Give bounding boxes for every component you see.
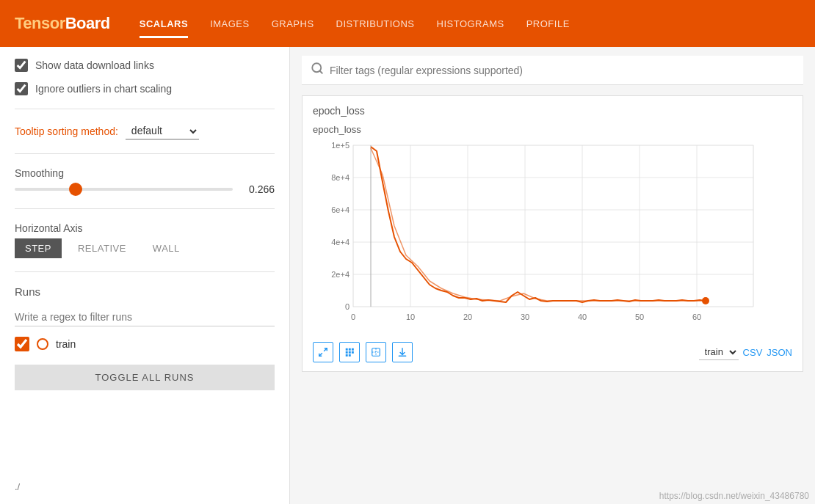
run-train-checkbox[interactable] [15,337,29,351]
horizontal-axis-section: Horizontal Axis STEP RELATIVE WALL [15,222,275,258]
runs-filter-input[interactable] [15,308,275,326]
expand-icon-btn[interactable] [313,342,333,362]
svg-text:10: 10 [406,313,415,321]
smoothing-value: 0.266 [242,183,275,195]
json-link[interactable]: JSON [767,347,792,358]
svg-text:8e+4: 8e+4 [331,173,349,182]
run-select[interactable]: train [699,344,739,360]
bottom-url: https://blog.csdn.net/weixin_43486780 [659,491,809,501]
svg-rect-2 [353,145,753,307]
svg-text:30: 30 [521,313,529,321]
run-selector: train CSV JSON [699,344,792,360]
axis-buttons: STEP RELATIVE WALL [15,238,275,258]
svg-text:1e+5: 1e+5 [331,141,349,150]
header: TensorBoard SCALARS IMAGES GRAPHS DISTRI… [0,0,815,47]
svg-text:0: 0 [351,313,355,321]
ignore-outliers-label: Ignore outliers in chart scaling [35,83,172,95]
tooltip-label: Tooltip sorting method: [15,125,118,137]
search-icon [311,62,324,78]
smoothing-slider[interactable] [15,188,233,191]
run-color-circle [37,338,48,350]
csv-link[interactable]: CSV [743,347,763,358]
chart-title: epoch_loss [313,124,792,135]
run-item-train: train [15,337,275,351]
tooltip-select[interactable]: default [126,123,199,140]
chart-svg: 1e+5 8e+4 6e+4 4e+4 2e+4 0 0 10 20 30 40… [313,138,768,336]
runs-label: Runs [15,285,275,298]
svg-rect-39 [352,351,354,354]
download-icon-btn[interactable] [392,342,413,362]
chart-section-title: epoch_loss [313,105,792,117]
divider-2 [15,153,275,154]
nav-bar: SCALARS IMAGES GRAPHS DISTRIBUTIONS HIST… [140,12,800,35]
smoothing-label: Smoothing [15,167,275,179]
nav-profile[interactable]: PROFILE [526,12,570,35]
nav-histograms[interactable]: HISTOGRAMS [437,12,504,35]
logo: TensorBoard [15,14,110,33]
divider-1 [15,109,275,109]
toggle-all-button[interactable]: TOGGLE ALL RUNS [15,365,275,390]
svg-text:4e+4: 4e+4 [331,238,349,246]
tooltip-icon-btn[interactable] [366,342,386,362]
sidebar-footer: ./ [15,481,275,492]
axis-relative-button[interactable]: RELATIVE [68,238,137,258]
svg-text:60: 60 [692,313,701,321]
search-input[interactable] [330,65,794,76]
nav-images[interactable]: IMAGES [210,12,250,35]
svg-rect-41 [349,354,351,357]
svg-text:40: 40 [578,313,587,321]
svg-rect-37 [346,351,348,354]
svg-rect-36 [352,348,354,351]
svg-text:2e+4: 2e+4 [331,270,349,279]
chart-controls: train CSV JSON [313,342,792,362]
svg-line-1 [319,70,322,73]
svg-text:6e+4: 6e+4 [331,205,349,214]
svg-rect-35 [349,348,351,351]
horizontal-axis-label: Horizontal Axis [15,222,275,234]
axis-step-button[interactable]: STEP [15,238,62,258]
axis-wall-button[interactable]: WALL [142,238,190,258]
sidebar: Show data download links Ignore outliers… [0,47,290,504]
svg-text:20: 20 [463,313,472,321]
main-content: epoch_loss epoch_loss [290,47,815,504]
chart-area: epoch_loss [313,124,792,362]
show-data-links-row: Show data download links [15,59,275,72]
svg-rect-40 [346,354,348,357]
chart-card: epoch_loss epoch_loss [302,95,803,372]
svg-rect-38 [349,351,351,354]
smoothing-section: Smoothing 0.266 [15,167,275,195]
tooltip-row: Tooltip sorting method: default [15,123,275,140]
svg-text:50: 50 [635,313,644,321]
svg-rect-34 [346,348,348,351]
body-layout: Show data download links Ignore outliers… [0,47,815,504]
smoothing-row: 0.266 [15,183,275,195]
divider-3 [15,208,275,209]
nav-graphs[interactable]: GRAPHS [272,12,314,35]
ignore-outliers-checkbox[interactable] [15,82,28,95]
svg-point-31 [702,297,709,304]
ignore-outliers-row: Ignore outliers in chart scaling [15,82,275,95]
svg-text:0: 0 [345,302,349,311]
data-icon-btn[interactable] [339,342,360,362]
nav-scalars[interactable]: SCALARS [140,12,188,35]
divider-4 [15,271,275,272]
show-data-links-label: Show data download links [35,59,154,71]
search-bar [302,56,803,85]
run-train-label: train [56,338,76,350]
show-data-links-checkbox[interactable] [15,59,28,72]
nav-distributions[interactable]: DISTRIBUTIONS [336,12,415,35]
